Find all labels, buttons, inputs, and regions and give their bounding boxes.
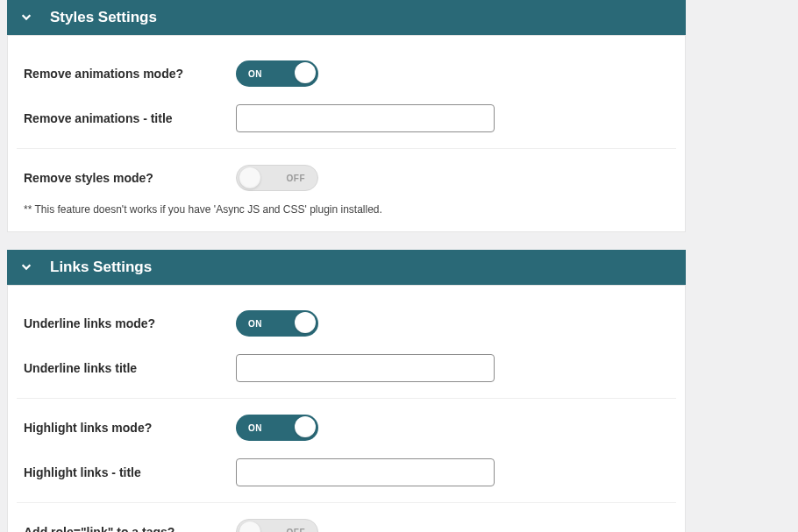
divider [17,148,676,149]
divider [17,502,676,503]
toggle-on-label: ON [236,69,274,79]
remove-styles-row: Remove styles mode? OFF [17,156,676,200]
chevron-down-icon [20,11,34,25]
highlight-links-label: Highlight links mode? [17,421,236,435]
links-settings-section: Links Settings Underline links mode? ON … [0,250,798,532]
chevron-down-icon [20,260,34,274]
divider [17,398,676,399]
highlight-links-row: Highlight links mode? ON [17,406,676,450]
add-role-toggle[interactable]: OFF [236,519,318,532]
remove-styles-label: Remove styles mode? [17,171,236,185]
toggle-knob [295,62,316,83]
links-settings-body: Underline links mode? ON Underline links… [7,285,686,532]
toggle-knob [239,167,260,188]
remove-animations-label: Remove animations mode? [17,67,236,81]
remove-animations-title-input[interactable] [236,104,495,132]
remove-styles-toggle[interactable]: OFF [236,165,318,191]
underline-links-toggle[interactable]: ON [236,310,318,337]
toggle-off-label: OFF [274,528,318,533]
toggle-knob [295,312,316,333]
toggle-on-label: ON [236,319,274,329]
highlight-links-toggle[interactable]: ON [236,415,318,441]
highlight-links-title-label: Highlight links - title [17,465,236,479]
highlight-links-title-input[interactable] [236,458,495,486]
styles-settings-body: Remove animations mode? ON Remove animat… [7,35,686,232]
remove-animations-title-row: Remove animations - title [17,96,676,141]
underline-links-label: Underline links mode? [17,316,236,330]
styles-settings-header[interactable]: Styles Settings [7,0,686,35]
styles-settings-title: Styles Settings [50,9,157,26]
remove-animations-row: Remove animations mode? ON [17,52,676,96]
styles-settings-section: Styles Settings Remove animations mode? … [0,0,798,232]
toggle-off-label: OFF [274,174,318,183]
remove-animations-title-label: Remove animations - title [17,111,236,125]
underline-links-title-row: Underline links title [17,345,676,391]
toggle-on-label: ON [236,423,274,433]
remove-styles-note: ** This feature doesn't works if you hav… [17,200,676,216]
underline-links-title-input[interactable] [236,354,495,382]
underline-links-title-label: Underline links title [17,361,236,375]
add-role-label: Add role="link" to a tags? [17,525,236,532]
links-settings-header[interactable]: Links Settings [7,250,686,285]
underline-links-row: Underline links mode? ON [17,301,676,345]
links-settings-title: Links Settings [50,259,152,276]
highlight-links-title-row: Highlight links - title [17,450,676,495]
toggle-knob [295,416,316,437]
toggle-knob [239,521,260,532]
remove-animations-toggle[interactable]: ON [236,60,318,87]
add-role-row: Add role="link" to a tags? OFF [17,510,676,532]
